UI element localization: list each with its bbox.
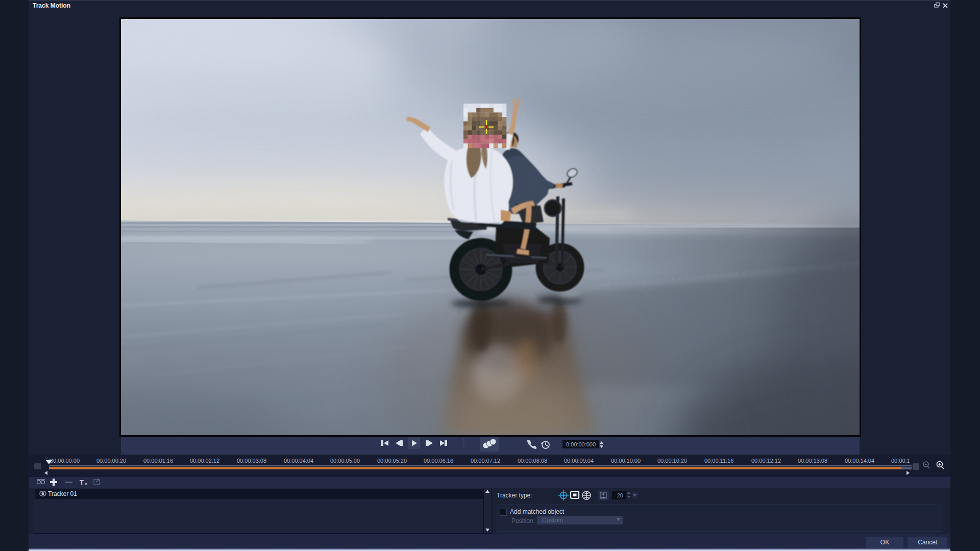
svg-text:00:00:10:20: 00:00:10:20 bbox=[657, 458, 687, 464]
svg-text:20: 20 bbox=[617, 492, 623, 498]
svg-text:00:00:05:20: 00:00:05:20 bbox=[377, 458, 407, 464]
svg-text:00:00:14:04: 00:00:14:04 bbox=[845, 458, 874, 464]
svg-text:00:00:06:16: 00:00:06:16 bbox=[424, 458, 453, 464]
svg-text:00:00:13:08: 00:00:13:08 bbox=[798, 458, 827, 464]
svg-text:00:00:1: 00:00:1 bbox=[891, 458, 910, 464]
svg-text:00:00:09:04: 00:00:09:04 bbox=[564, 458, 594, 464]
svg-text:00:00:08:08: 00:00:08:08 bbox=[518, 458, 547, 464]
svg-text:T: T bbox=[80, 479, 84, 486]
svg-text:00:00:10:00: 00:00:10:00 bbox=[611, 458, 641, 464]
svg-text:00:00:01:16: 00:00:01:16 bbox=[143, 458, 173, 464]
svg-text:00:00:05:00: 00:00:05:00 bbox=[330, 458, 360, 464]
svg-text:00:00:07:12: 00:00:07:12 bbox=[471, 458, 500, 464]
svg-text:00:00:00:20: 00:00:00:20 bbox=[96, 458, 126, 464]
svg-text:00:00:02:12: 00:00:02:12 bbox=[190, 458, 219, 464]
svg-text:00:00:11:16: 00:00:11:16 bbox=[704, 458, 733, 464]
svg-text:00:00:12:12: 00:00:12:12 bbox=[751, 458, 781, 464]
svg-text:00:00:03:08: 00:00:03:08 bbox=[237, 458, 266, 464]
svg-text:0:00:00:000: 0:00:00:000 bbox=[566, 441, 596, 447]
svg-text:00:00:00:00: 00:00:00:00 bbox=[50, 458, 80, 464]
svg-text:00:00:04:04: 00:00:04:04 bbox=[284, 458, 313, 464]
